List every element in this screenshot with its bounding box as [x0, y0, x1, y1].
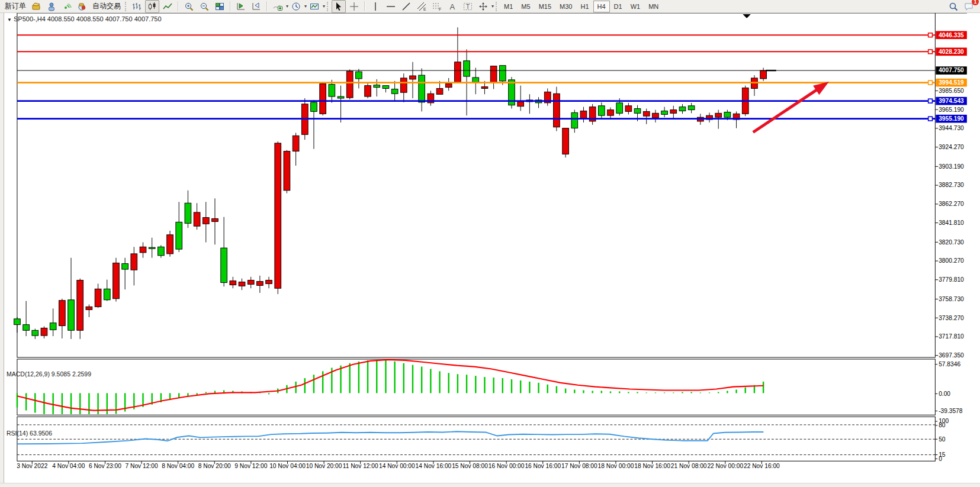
candlestick-chart-icon[interactable]	[145, 0, 159, 13]
time-axis-label: 10 Nov 20:00	[306, 463, 342, 469]
price-badge-label: 4046.335	[939, 32, 964, 38]
time-axis-label: 10 Nov 04:00	[269, 463, 306, 469]
search-icon[interactable]	[946, 0, 960, 13]
zoom-out-icon[interactable]	[197, 0, 211, 13]
autotrade-icon[interactable]	[75, 0, 89, 13]
time-axis-label: 3 Nov 2022	[17, 463, 48, 469]
horizontal-line-icon[interactable]	[384, 0, 398, 13]
time-axis-label: 22 Nov 16:00	[744, 463, 780, 469]
price-tick-label: 3862.270	[939, 201, 964, 207]
auto-scroll-icon[interactable]	[234, 0, 248, 13]
accounts-icon[interactable]	[44, 0, 59, 13]
time-axis-label: 16 Nov 00:00	[489, 463, 525, 469]
toolbar-separator	[364, 1, 365, 11]
toolbar-grip	[496, 2, 498, 11]
timeframe-D1[interactable]: D1	[610, 1, 626, 12]
time-axis-label: 18 Nov 00:00	[598, 463, 634, 469]
crosshair-icon[interactable]	[347, 0, 361, 13]
indicators-icon[interactable]	[271, 0, 285, 13]
price-tick-label: 3882.730	[939, 182, 964, 188]
signals-icon[interactable]	[60, 0, 74, 13]
price-tick-label: 3738.270	[939, 315, 964, 321]
price-tick-label: 3924.270	[939, 144, 964, 150]
chevron-down-icon[interactable]: ▾	[286, 4, 288, 9]
trendline-icon[interactable]	[399, 0, 413, 13]
price-tick-label: 3841.810	[939, 220, 964, 226]
label-icon[interactable]: T	[461, 0, 475, 13]
toolbar-separator	[178, 1, 179, 11]
timeframe-M15[interactable]: M15	[535, 1, 555, 12]
timeframe-H1[interactable]: H1	[576, 1, 593, 12]
timeframe-M1[interactable]: M1	[500, 1, 517, 12]
price-tick-label: 3985.650	[939, 88, 964, 94]
price-badge-label: 4007.750	[939, 67, 964, 74]
price-tick-label: 3903.190	[939, 163, 964, 170]
time-axis-label: 7 Nov 12:00	[126, 463, 158, 469]
price-tick-label: 3944.730	[939, 125, 964, 131]
svg-text:A: A	[450, 2, 455, 11]
text-icon[interactable]: A	[445, 0, 460, 13]
notification-badge[interactable]: 1	[972, 0, 979, 5]
timeframe-W1[interactable]: W1	[626, 1, 645, 12]
rsi-axis-label: 80	[939, 422, 946, 428]
rsi-axis-label: 50	[939, 436, 946, 443]
time-axis-label: 4 Nov 04:00	[52, 463, 85, 469]
new-order-icon[interactable]	[29, 0, 43, 13]
timeframe-H4[interactable]: H4	[593, 1, 610, 12]
chart-canvas[interactable]: 3985.6503965.1903944.7303924.2703903.190…	[0, 13, 980, 487]
trading-platform-window: 新订单 自动交易 ▾ ▾ ▾ E F A T ▾ M1M5M15M30H1H4D	[0, 0, 980, 487]
channel-icon[interactable]: E	[415, 0, 429, 13]
periods-icon[interactable]	[289, 0, 303, 13]
price-tick-label: 3758.730	[939, 296, 964, 302]
chevron-down-icon[interactable]: ▾	[323, 4, 325, 9]
time-axis-label: 8 Nov 04:00	[162, 463, 194, 469]
line-handle[interactable]	[928, 33, 933, 37]
rsi-axis-label: 0	[939, 456, 942, 462]
chart-shift-icon[interactable]	[249, 0, 264, 13]
toolbar-grip	[327, 2, 329, 11]
time-axis-label: 6 Nov 23:00	[89, 463, 121, 469]
cursor-icon[interactable]	[332, 0, 346, 13]
price-tick-label: 3820.730	[939, 239, 964, 246]
chevron-down-icon[interactable]: ▾	[491, 4, 494, 9]
timeframe-MN[interactable]: MN	[644, 1, 663, 12]
arrows-icon[interactable]	[476, 0, 490, 13]
toolbar-grip	[125, 2, 127, 11]
new-order-button[interactable]: 新订单	[5, 1, 26, 11]
macd-axis-label: -39.3578	[939, 408, 963, 414]
zoom-in-icon[interactable]	[182, 0, 196, 13]
tile-windows-icon[interactable]	[213, 0, 227, 13]
line-handle[interactable]	[928, 80, 933, 85]
time-axis-label: 9 Nov 12:00	[234, 463, 267, 469]
price-tick-label: 3965.190	[939, 107, 964, 113]
price-tick-label: 3779.810	[939, 276, 964, 283]
timeframe-toolbar: M1M5M15M30H1H4D1W1MN	[500, 1, 663, 12]
svg-text:T: T	[466, 3, 470, 9]
time-axis-label: 11 Nov 12:00	[343, 463, 378, 469]
chevron-down-icon[interactable]: ▾	[304, 4, 307, 9]
line-chart-icon[interactable]	[160, 0, 175, 13]
timeframe-M30[interactable]: M30	[555, 1, 576, 12]
bar-chart-icon[interactable]	[130, 0, 144, 13]
svg-text:F: F	[439, 7, 441, 11]
price-badge-label: 3974.543	[939, 98, 964, 104]
time-axis-label: 16 Nov 16:00	[525, 463, 561, 469]
line-handle[interactable]	[928, 99, 933, 103]
time-axis-label: 14 Nov 00:00	[379, 463, 415, 469]
main-toolbar: 新订单 自动交易 ▾ ▾ ▾ E F A T ▾ M1M5M15M30H1H4D	[0, 0, 980, 13]
price-badge-label: 3955.190	[939, 115, 964, 122]
window-edge	[0, 13, 4, 483]
toolbar-separator	[266, 1, 268, 11]
time-axis-label: 18 Nov 16:00	[634, 463, 670, 469]
templates-icon[interactable]	[307, 0, 322, 13]
fibonacci-icon[interactable]: F	[430, 0, 444, 13]
timeframe-M5[interactable]: M5	[517, 1, 534, 12]
auto-trading-button[interactable]: 自动交易	[92, 1, 121, 11]
line-handle[interactable]	[928, 50, 933, 54]
time-axis-label: 14 Nov 16:00	[416, 463, 452, 469]
line-handle[interactable]	[928, 117, 933, 121]
time-axis-label: 8 Nov 20:00	[198, 463, 231, 469]
vertical-line-icon[interactable]	[368, 0, 383, 13]
price-tick-label: 3800.270	[939, 257, 964, 264]
price-badge-label: 4028.230	[939, 49, 964, 55]
